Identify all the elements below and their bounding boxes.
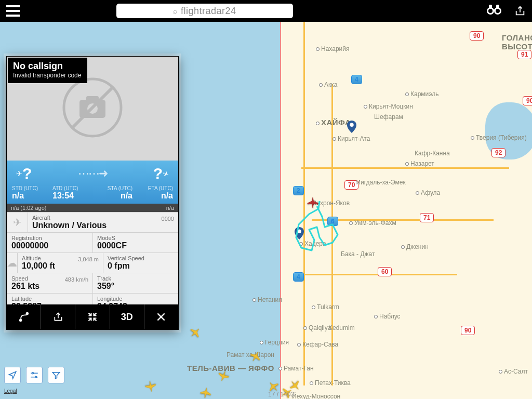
vs-label: Vertical Speed	[108, 255, 178, 261]
route-arrow-icon: ⋯⋯➜	[32, 167, 153, 180]
modes-label: ModeS	[97, 235, 174, 241]
route-button[interactable]	[7, 304, 41, 329]
city-label: Наблус	[374, 313, 401, 320]
settings-button[interactable]	[26, 367, 43, 383]
city-label: ТЕЛЬ-АВИВ — ЯФФО	[187, 364, 274, 373]
aircraft-icon[interactable]	[143, 379, 158, 394]
aircraft-icon[interactable]	[187, 324, 204, 341]
std-value: n/a	[12, 191, 51, 201]
reg-label: Registration	[11, 235, 88, 241]
city-label: Кирьят-Моцкин	[364, 103, 413, 110]
filter-button[interactable]	[48, 367, 64, 383]
road-shield: 90	[523, 96, 532, 105]
city-label: Йехуд-Моноссон	[292, 393, 340, 399]
svg-rect-2	[492, 9, 496, 11]
progress-bar: n/a (1:02 ago) n/a	[7, 204, 178, 212]
route-band: ✈ ? ⋯⋯➜ ? ✈ STD (UTC)n/a ATD (UTC)13:54 …	[7, 161, 178, 204]
city-label: Нахарийя	[316, 45, 349, 52]
city-label: Нетания	[252, 296, 282, 303]
3d-button[interactable]: 3D	[110, 304, 144, 329]
svg-point-19	[35, 376, 37, 378]
trk-label: Track	[97, 275, 174, 282]
city-label: Кафр-Канна	[415, 150, 450, 157]
flight-detail-panel: No callsign Invalid transponder code ✈ ?…	[6, 56, 179, 330]
progress-right: n/a	[166, 205, 174, 211]
alt-value: 10,000 ft	[22, 261, 99, 271]
road-shield: 71	[420, 213, 434, 222]
menu-icon[interactable]	[6, 5, 20, 17]
svg-rect-3	[489, 5, 492, 9]
modes-value: 0000CF	[97, 241, 174, 250]
aircraft-label: Aircraft	[32, 215, 174, 221]
lat-value: 32.5887	[11, 302, 88, 304]
share-icon[interactable]	[514, 5, 526, 17]
city-label: Петах-Тиква	[310, 379, 351, 387]
svg-point-5	[488, 9, 493, 13]
close-button[interactable]	[144, 304, 178, 329]
aircraft-icon: ✈	[7, 212, 28, 232]
eta-label: ETA (UTC)	[134, 185, 173, 191]
alt-extra: 3,048 m	[78, 256, 99, 262]
road-shield: 90	[461, 326, 475, 335]
trk-value: 359°	[97, 282, 174, 291]
city-label: Кирьят-Ата	[332, 135, 370, 142]
search-input[interactable]: ⌕ flightradar24	[116, 4, 293, 18]
atd-label: ATD (UTC)	[52, 185, 92, 191]
cloud-icon: ☁	[7, 253, 17, 273]
binoculars-icon[interactable]	[486, 4, 502, 18]
svg-rect-4	[496, 5, 499, 9]
search-icon: ⌕	[173, 7, 178, 15]
road-shield: 90	[470, 31, 484, 41]
spd-extra: 483 km/h	[65, 276, 88, 283]
callsign-subtitle: Invalid transponder code	[13, 72, 81, 79]
app-header: ⌕ flightradar24	[0, 0, 532, 22]
city-label: Умм-эль-Фахм	[349, 219, 396, 227]
locate-button[interactable]	[4, 367, 21, 383]
sta-value: n/a	[93, 191, 132, 201]
route-code-label: 17 / 1403	[268, 391, 294, 398]
road-shield: 92	[491, 148, 506, 157]
atd-value: 13:54	[52, 191, 92, 201]
lon-label: Longitude	[97, 296, 174, 302]
road-shield: 4	[293, 272, 304, 282]
map-controls: Legal	[4, 367, 64, 395]
road-shield: 91	[517, 50, 531, 59]
collapse-button[interactable]	[75, 304, 110, 329]
selected-aircraft-icon[interactable]	[307, 196, 319, 209]
callsign-title: No callsign	[13, 61, 81, 72]
aircraft-icon[interactable]	[198, 385, 213, 399]
aircraft-value: Unknown / Various	[32, 221, 174, 230]
flight-path	[288, 198, 351, 261]
svg-point-7	[350, 123, 354, 127]
city-label: Кефар-Сава	[297, 341, 338, 348]
plane-takeoff-icon: ✈	[16, 169, 22, 178]
legal-link[interactable]: Legal	[4, 388, 17, 394]
vs-value: 0 fpm	[108, 261, 178, 271]
aircraft-extra: 0000	[162, 216, 174, 222]
road-shield: 2	[293, 186, 304, 195]
svg-point-6	[496, 9, 500, 13]
eta-value: n/a	[134, 191, 173, 201]
city-label: ХАЙФА	[316, 118, 351, 127]
city-label: Тверия (Тиберия)	[471, 134, 527, 141]
callsign-tag: No callsign Invalid transponder code	[8, 58, 87, 83]
spd-value: 261 kts	[11, 282, 88, 291]
city-label: Назарет	[405, 160, 434, 167]
city-label: Дженин	[401, 243, 429, 250]
road-shield: 60	[378, 267, 392, 276]
share-button[interactable]	[41, 304, 75, 329]
road-shield: 4	[351, 75, 362, 84]
city-label: ГОЛАНСКИ ВЫСОТ	[502, 33, 532, 51]
city-label: Герцлия	[260, 339, 289, 346]
panel-footer: 3D	[7, 304, 178, 329]
city-label: Kedumim	[328, 324, 355, 331]
aircraft-icon[interactable]	[247, 348, 264, 365]
city-label: Кармиэль	[405, 90, 438, 98]
city-label: Мигдаль-ха-Эмек	[355, 179, 406, 186]
city-label: Шефарам	[374, 113, 403, 121]
sta-label: STA (UTC)	[93, 185, 132, 191]
map-pin[interactable]	[347, 121, 356, 133]
city-label: Афула	[416, 189, 440, 196]
flight-info-list[interactable]: ✈ AircraftUnknown / Various0000 Registra…	[7, 212, 178, 304]
lat-label: Latitude	[11, 296, 88, 302]
